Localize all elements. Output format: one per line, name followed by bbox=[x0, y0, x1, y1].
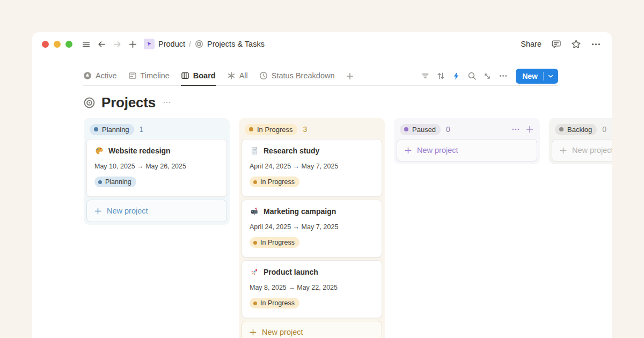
new-project-label: New project bbox=[572, 146, 612, 155]
star-circle-icon bbox=[83, 71, 92, 80]
arrow-right-icon bbox=[113, 40, 122, 49]
sidebar-toggle-button[interactable] bbox=[79, 37, 93, 51]
status-dot bbox=[249, 127, 253, 131]
new-project-button-backlog[interactable]: New project bbox=[552, 139, 612, 161]
card-title: Product launch bbox=[264, 268, 318, 276]
view-tab-label: Status Breakdown bbox=[272, 71, 335, 80]
clock-icon bbox=[259, 71, 268, 80]
ellipsis-icon bbox=[499, 71, 508, 80]
breadcrumb-workspace[interactable]: Product bbox=[158, 40, 185, 48]
board-column-paused: Paused 0 New project bbox=[394, 118, 540, 164]
view-tab-all[interactable]: All bbox=[227, 67, 248, 86]
status-dot bbox=[253, 180, 257, 184]
more-options-button[interactable] bbox=[591, 39, 601, 49]
new-button[interactable]: New bbox=[516, 69, 558, 84]
status-pill-label: In Progress bbox=[257, 126, 292, 134]
arrow-left-icon bbox=[97, 40, 106, 49]
expand-view-button[interactable] bbox=[480, 70, 494, 83]
favorite-button[interactable] bbox=[571, 39, 581, 49]
new-project-button-planning[interactable]: New project bbox=[86, 200, 227, 222]
chevron-down-icon[interactable] bbox=[544, 72, 558, 80]
nav-back-button[interactable] bbox=[94, 37, 108, 51]
status-pill-in-progress[interactable]: In Progress bbox=[245, 124, 297, 135]
status-dot bbox=[253, 302, 257, 305]
window-topbar: Product / Projects & Tasks Share bbox=[32, 32, 612, 56]
column-count: 3 bbox=[303, 125, 307, 134]
filter-button[interactable] bbox=[418, 70, 432, 83]
project-card-website-redesign[interactable]: Website redesign May 10, 2025 → May 26, … bbox=[86, 139, 227, 197]
breadcrumb: Product / Projects & Tasks bbox=[144, 39, 265, 49]
project-card-marketing-campaign[interactable]: Marketing campaign April 24, 2025 → May … bbox=[241, 200, 382, 258]
status-pill-backlog[interactable]: Backlog bbox=[555, 124, 597, 135]
plus-icon bbox=[94, 207, 102, 215]
page-header: Projects bbox=[83, 93, 558, 112]
column-count: 0 bbox=[602, 125, 606, 134]
view-tab-status-breakdown[interactable]: Status Breakdown bbox=[259, 67, 335, 86]
bookmark-tabs-emoji-icon bbox=[250, 146, 259, 155]
comments-button[interactable] bbox=[551, 39, 561, 49]
desktop: { "colors": { "desktop_bg": "#f8f4ed", "… bbox=[0, 0, 644, 338]
nav-forward-button[interactable] bbox=[110, 37, 124, 51]
maximize-window-button[interactable] bbox=[65, 41, 72, 48]
topbar-actions: Share bbox=[521, 39, 601, 49]
page-title-menu-button[interactable] bbox=[163, 98, 171, 107]
ellipsis-icon bbox=[511, 125, 520, 134]
card-title: Research study bbox=[264, 146, 319, 155]
plus-icon bbox=[559, 146, 567, 155]
view-tab-label: Active bbox=[96, 71, 117, 80]
status-dot bbox=[98, 180, 102, 184]
window-controls bbox=[42, 41, 72, 48]
project-card-product-launch[interactable]: Product launch May 8, 2025 → May 22, 202… bbox=[241, 260, 382, 318]
column-add-button[interactable] bbox=[525, 125, 534, 134]
page-target-icon bbox=[83, 97, 96, 109]
status-pill-planning[interactable]: Planning bbox=[90, 124, 134, 135]
board-column-in-progress: In Progress 3 Research study April 24, 2… bbox=[239, 118, 385, 338]
column-header: Backlog 0 bbox=[552, 121, 612, 138]
search-button[interactable] bbox=[465, 70, 479, 83]
timeline-icon bbox=[128, 71, 137, 80]
project-card-research-study[interactable]: Research study April 24, 2025 → May 7, 2… bbox=[241, 139, 382, 197]
status-dot bbox=[559, 127, 564, 131]
automations-button[interactable] bbox=[449, 70, 463, 83]
card-status-badge: In Progress bbox=[250, 177, 299, 187]
view-tab-board[interactable]: Board bbox=[181, 67, 216, 86]
column-count: 1 bbox=[140, 125, 144, 134]
page-title: Projects bbox=[101, 94, 156, 111]
view-tab-label: Timeline bbox=[141, 71, 170, 80]
status-pill-paused[interactable]: Paused bbox=[400, 124, 441, 135]
add-view-button[interactable] bbox=[346, 72, 354, 80]
mailbox-emoji-icon bbox=[250, 207, 259, 216]
share-button[interactable]: Share bbox=[521, 40, 541, 48]
board-column-planning: Planning 1 Website redesign May 10, 2025… bbox=[84, 118, 230, 225]
status-dot bbox=[404, 127, 408, 131]
ellipsis-icon bbox=[591, 39, 601, 49]
minimize-window-button[interactable] bbox=[54, 41, 61, 48]
column-more-button[interactable] bbox=[511, 125, 520, 134]
card-date-range: April 24, 2025 → May 7, 2025 bbox=[250, 223, 374, 231]
column-header: Planning 1 bbox=[86, 121, 227, 138]
kanban-board: Planning 1 Website redesign May 10, 2025… bbox=[84, 118, 612, 338]
asterisk-icon bbox=[227, 71, 236, 80]
sort-button[interactable] bbox=[434, 70, 448, 83]
status-pill-label: Planning bbox=[102, 126, 129, 134]
view-more-button[interactable] bbox=[496, 70, 510, 83]
view-tab-timeline[interactable]: Timeline bbox=[128, 67, 170, 86]
target-icon bbox=[195, 40, 203, 48]
card-date-range: May 10, 2025 → May 26, 2025 bbox=[94, 163, 219, 170]
card-status-badge: In Progress bbox=[250, 298, 299, 308]
palette-emoji-icon bbox=[94, 146, 104, 155]
new-project-label: New project bbox=[107, 207, 148, 215]
breadcrumb-separator: / bbox=[189, 40, 191, 48]
new-tab-button[interactable] bbox=[126, 37, 140, 51]
hamburger-icon bbox=[82, 40, 91, 49]
plus-icon bbox=[346, 72, 354, 80]
new-project-button-paused[interactable]: New project bbox=[397, 139, 537, 161]
app-window: Product / Projects & Tasks Share Active … bbox=[32, 32, 612, 338]
new-project-button-in-progress[interactable]: New project bbox=[241, 321, 382, 338]
column-header: Paused 0 bbox=[397, 121, 537, 138]
card-date-range: May 8, 2025 → May 22, 2025 bbox=[250, 284, 374, 291]
close-window-button[interactable] bbox=[42, 41, 49, 48]
view-tab-active[interactable]: Active bbox=[83, 67, 117, 86]
breadcrumb-page[interactable]: Projects & Tasks bbox=[207, 40, 265, 48]
card-status-badge: Planning bbox=[94, 177, 136, 187]
